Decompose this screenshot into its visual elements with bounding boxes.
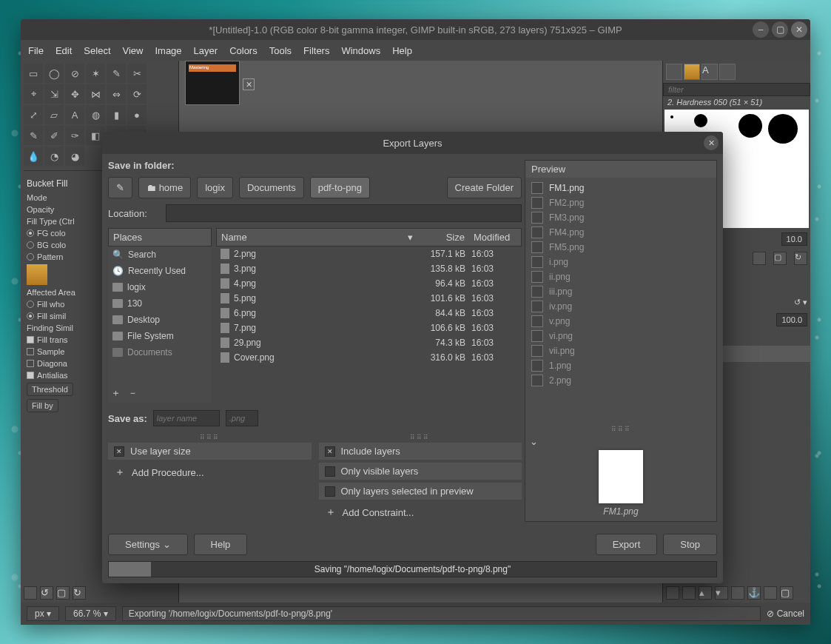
grip-icon[interactable]: ⠿⠿⠿ [525, 426, 716, 432]
file-row[interactable]: 4.png96.4 kB16:03 [216, 276, 522, 291]
merge-layer-icon[interactable] [764, 586, 777, 600]
menu-filters[interactable]: Filters [303, 45, 329, 56]
file-row[interactable]: 3.png135.8 kB16:03 [216, 261, 522, 276]
fill-similar-radio[interactable] [27, 312, 34, 320]
create-folder-button[interactable]: Create Folder [447, 177, 522, 198]
checkbox-icon[interactable] [325, 486, 335, 497]
edit-path-icon[interactable]: ✎ [108, 177, 132, 198]
preview-list[interactable]: FM1.pngFM2.pngFM3.pngFM4.pngFM5.pngi.png… [525, 178, 716, 426]
menu-select[interactable]: Select [84, 45, 110, 56]
checkbox-icon[interactable] [114, 446, 124, 457]
extension-input[interactable] [226, 410, 258, 426]
chevron-down-icon[interactable]: ⌄ [530, 436, 543, 447]
stop-button[interactable]: Stop [663, 534, 717, 555]
threshold-label[interactable]: Threshold [27, 383, 73, 396]
delete-layer-icon[interactable]: ▢ [780, 586, 793, 600]
menu-edit[interactable]: Edit [55, 45, 72, 56]
checkbox-icon[interactable] [325, 446, 335, 457]
file-row[interactable]: 29.png74.3 kB16:03 [216, 335, 522, 350]
menu-tools[interactable]: Tools [269, 45, 292, 56]
file-row[interactable]: 6.png84.4 kB16:03 [216, 306, 522, 321]
size-header[interactable]: Size [417, 229, 469, 246]
tool-icon[interactable]: ✎ [24, 126, 43, 145]
antialias-check[interactable] [27, 372, 34, 379]
tool-icon[interactable]: ▭ [24, 64, 43, 83]
location-input[interactable] [166, 204, 522, 222]
preview-item[interactable]: v.png [528, 314, 713, 329]
filter-input[interactable] [663, 83, 810, 96]
tool-icon[interactable]: ⇔ [107, 84, 126, 104]
tool-icon[interactable]: ▱ [44, 105, 64, 124]
pattern-radio[interactable] [27, 253, 34, 261]
use-layer-size-option[interactable]: Use layer size [108, 443, 312, 460]
grip-icon[interactable]: ⠿⠿⠿ [108, 434, 312, 440]
fill-trans-check[interactable] [27, 336, 34, 343]
bg-radio[interactable] [27, 241, 34, 249]
minimize-button[interactable]: – [753, 21, 769, 38]
tool-icon[interactable]: ◕ [65, 147, 84, 166]
restore-options-icon[interactable]: ↺ [40, 586, 53, 600]
unit-selector[interactable]: px ▾ [27, 606, 59, 621]
breadcrumb-logix[interactable]: logix [197, 177, 233, 198]
file-row[interactable]: 2.png157.1 kB16:03 [216, 246, 522, 261]
diagonal-check[interactable] [27, 360, 34, 367]
tool-icon[interactable]: ⟳ [127, 84, 147, 104]
grip-icon[interactable]: ⠿⠿⠿ [319, 434, 522, 440]
tool-icon[interactable]: ⊘ [65, 64, 84, 83]
places-search[interactable]: 🔍Search [108, 246, 212, 263]
fill-whole-radio[interactable] [27, 301, 34, 308]
thumb-close-icon[interactable]: ✕ [243, 78, 255, 90]
preview-item[interactable]: iii.png [528, 284, 713, 299]
save-options-icon[interactable] [24, 586, 37, 600]
patterns-tab-icon[interactable] [684, 64, 700, 80]
settings-button[interactable]: Settings ⌄ [108, 534, 188, 555]
only-selected-option[interactable]: Only layers selected in preview [319, 483, 522, 500]
places-home[interactable]: logix [108, 279, 212, 295]
file-list[interactable]: 2.png157.1 kB16:033.png135.8 kB16:034.pn… [216, 246, 522, 403]
tool-icon[interactable]: ⋈ [86, 84, 105, 104]
only-visible-option[interactable]: Only visible layers [319, 463, 522, 480]
brushes-tab-icon[interactable] [666, 64, 682, 80]
fg-radio[interactable] [27, 229, 34, 237]
add-bookmark-icon[interactable]: ＋ [111, 386, 121, 400]
add-procedure-button[interactable]: ＋Add Procedure... [108, 463, 312, 482]
tool-icon[interactable]: 💧 [24, 147, 43, 166]
tool-icon[interactable]: ◔ [44, 147, 64, 166]
tool-icon[interactable]: ⤢ [24, 105, 43, 124]
group-layer-icon[interactable] [682, 586, 696, 600]
fillby-label[interactable]: Fill by [27, 399, 58, 412]
places-recent[interactable]: 🕓Recently Used [108, 263, 212, 279]
delete-brush-icon[interactable]: ▢ [773, 252, 787, 265]
tool-icon[interactable]: ◯ [44, 64, 64, 83]
preview-item[interactable]: vi.png [528, 329, 713, 343]
spacing-value[interactable]: 10.0 [781, 232, 807, 246]
preview-item[interactable]: i.png [528, 255, 713, 269]
tool-icon[interactable]: ✂ [127, 64, 147, 83]
preview-item[interactable]: FM3.png [528, 210, 713, 225]
menu-image[interactable]: Image [155, 45, 181, 56]
preview-item[interactable]: 2.png [528, 373, 713, 388]
preview-item[interactable]: FM1.png [528, 181, 713, 195]
menu-file[interactable]: File [28, 45, 44, 56]
file-row[interactable]: Cover.png316.0 kB16:03 [216, 350, 522, 365]
tool-icon[interactable]: ● [127, 105, 147, 124]
duplicate-layer-icon[interactable] [731, 586, 744, 600]
tool-icon[interactable]: ⌖ [24, 84, 43, 104]
raise-layer-icon[interactable]: ▴ [699, 586, 712, 600]
help-button[interactable]: Help [194, 534, 248, 555]
add-constraint-button[interactable]: ＋Add Constraint... [319, 503, 522, 522]
zoom-selector[interactable]: 66.7 % ▾ [65, 606, 116, 621]
menu-help[interactable]: Help [392, 45, 412, 56]
preview-item[interactable]: 1.png [528, 358, 713, 373]
places-filesystem[interactable]: File System [108, 328, 212, 344]
name-header[interactable]: Name▾ [217, 229, 417, 246]
preview-item[interactable]: iv.png [528, 299, 713, 314]
new-layer-icon[interactable] [666, 586, 679, 600]
edit-brush-icon[interactable] [753, 252, 766, 265]
breadcrumb-current[interactable]: pdf-to-png [310, 177, 370, 198]
lower-layer-icon[interactable]: ▾ [715, 586, 728, 600]
preview-item[interactable]: ii.png [528, 269, 713, 284]
close-button[interactable]: ✕ [791, 21, 807, 38]
delete-options-icon[interactable]: ▢ [56, 586, 70, 600]
dialog-close-icon[interactable]: ✕ [704, 135, 719, 150]
